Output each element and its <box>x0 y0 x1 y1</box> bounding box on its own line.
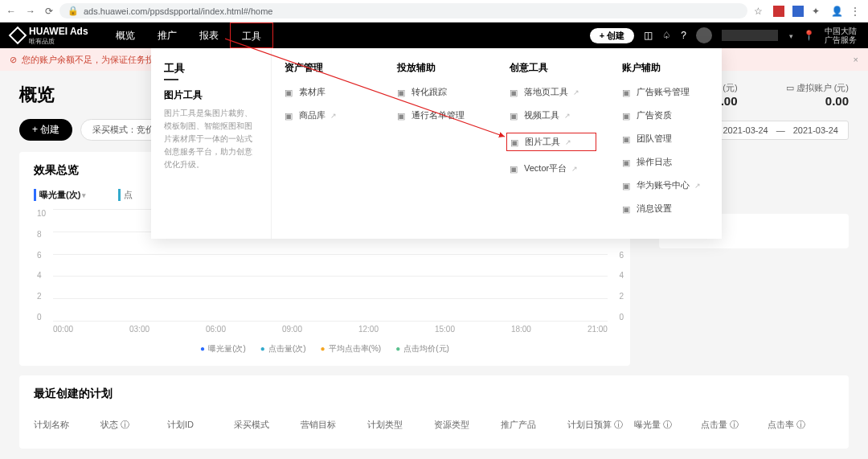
mega-item[interactable]: ▣广告资质 <box>622 109 709 121</box>
mega-item[interactable]: ▣图片工具↗ <box>506 133 596 151</box>
region[interactable]: 中国大陆广告服务 <box>825 27 857 44</box>
wallet-icon: ▭ <box>786 83 794 92</box>
account-blur <box>722 30 778 41</box>
info-icon: ⓘ <box>614 420 623 429</box>
avatar[interactable] <box>696 27 712 43</box>
menu-icon[interactable]: ⋮ <box>850 6 862 17</box>
nav-tools[interactable]: 工具 <box>230 23 273 48</box>
ext-star-icon[interactable]: ☆ <box>754 6 765 17</box>
item-icon: ▣ <box>285 111 294 121</box>
url-bar[interactable]: 🔒 ads.huawei.com/ppsdspportal/index.html… <box>59 3 747 18</box>
item-icon: ▣ <box>285 88 294 97</box>
metric-exposure[interactable]: 曝光量(次) <box>34 189 86 201</box>
item-icon: ▣ <box>622 204 632 214</box>
alert-close-button[interactable]: × <box>854 55 858 64</box>
brand-name: HUAWEI Ads <box>29 26 88 37</box>
mega-intro-title: 图片工具 <box>164 88 258 102</box>
external-icon: ↗ <box>330 112 337 120</box>
create-button[interactable]: + 创建 <box>19 119 72 141</box>
mega-item[interactable]: ▣素材库 <box>285 86 371 98</box>
mega-item[interactable]: ▣通行名单管理 <box>397 109 484 121</box>
help-icon[interactable]: ? <box>681 30 686 41</box>
ext-puzzle-icon[interactable]: ✦ <box>812 6 823 17</box>
back-icon[interactable]: ← <box>6 6 16 17</box>
stat-virtual: ▭ 虚拟账户 (元) 0.00 <box>786 82 849 108</box>
dashboard-icon[interactable]: ◫ <box>644 30 653 41</box>
item-icon: ▣ <box>397 88 407 97</box>
forward-icon[interactable]: → <box>26 6 35 17</box>
info-icon: ⓘ <box>796 420 805 429</box>
external-icon: ↗ <box>564 112 571 120</box>
mega-item[interactable]: ▣Vector平台↗ <box>510 162 596 174</box>
mega-item[interactable]: ▣团队管理 <box>622 133 709 145</box>
external-icon: ↗ <box>694 182 701 190</box>
info-icon: ⓘ <box>730 420 739 429</box>
table-header: 计划名称 状态 ⓘ 计划ID 采买模式 营销目标 计划类型 资源类型 推广产品 … <box>34 412 834 437</box>
alert-icon: ⊘ <box>10 55 17 65</box>
external-icon: ↗ <box>571 165 578 173</box>
profile-icon[interactable]: 👤 <box>831 6 842 17</box>
info-icon: ⓘ <box>121 420 129 429</box>
item-icon: ▣ <box>397 111 407 121</box>
nav-promote[interactable]: 推广 <box>146 23 188 48</box>
mega-intro-desc: 图片工具是集图片裁剪、模板制图、智能抠图和图片素材库于一体的一站式创意服务平台，… <box>164 107 258 171</box>
item-icon: ▣ <box>622 88 632 97</box>
logo[interactable]: HUAWEI Ads 唯有品质 <box>11 26 88 46</box>
mega-col-heading: 资产管理 <box>285 61 371 75</box>
bell-icon[interactable]: ♤ <box>662 30 671 41</box>
mega-heading: 工具 <box>164 61 258 76</box>
page-title: 概览 <box>19 83 55 107</box>
reload-icon[interactable]: ⟳ <box>45 6 53 17</box>
item-icon: ▣ <box>622 111 632 121</box>
mega-col-heading: 创意工具 <box>510 61 596 75</box>
mega-col-heading: 投放辅助 <box>397 61 484 75</box>
top-create-button[interactable]: + 创建 <box>590 28 634 43</box>
lock-icon: 🔒 <box>68 6 79 16</box>
tools-mega-menu: 工具 图片工具 图片工具是集图片裁剪、模板制图、智能抠图和图片素材库于一体的一站… <box>151 48 722 239</box>
mega-col-heading: 账户辅助 <box>622 61 709 75</box>
item-icon: ▣ <box>622 158 632 167</box>
mega-item[interactable]: ▣落地页工具↗ <box>510 86 596 98</box>
metric-click[interactable]: 点 <box>118 189 133 201</box>
mega-item[interactable]: ▣转化跟踪 <box>397 86 484 98</box>
item-icon: ▣ <box>510 111 519 121</box>
mega-item[interactable]: ▣操作日志 <box>622 156 709 168</box>
ext-1-icon[interactable] <box>773 6 784 17</box>
url-text: ads.huawei.com/ppsdspportal/index.html#/… <box>84 6 272 16</box>
item-icon: ▣ <box>510 88 519 97</box>
chart-legend: 曝光量(次) 点击量(次) 平均点击率(%) 点击均价(元) <box>34 343 616 354</box>
mega-item[interactable]: ▣消息设置 <box>622 203 709 215</box>
mega-item[interactable]: ▣视频工具↗ <box>510 109 596 121</box>
mega-item[interactable]: ▣广告账号管理 <box>622 86 709 98</box>
logo-mark-icon <box>9 27 27 45</box>
account-chev-icon[interactable] <box>788 30 793 41</box>
ext-2-icon[interactable] <box>792 6 804 17</box>
mega-item[interactable]: ▣商品库↗ <box>285 109 371 121</box>
mega-item[interactable]: ▣华为账号中心↗ <box>622 179 709 191</box>
brand-sub: 唯有品质 <box>29 37 88 46</box>
external-icon: ↗ <box>565 138 571 146</box>
nav-report[interactable]: 报表 <box>188 23 230 48</box>
nav-overview[interactable]: 概览 <box>104 23 146 48</box>
item-icon: ▣ <box>622 181 632 191</box>
location-icon: 📍 <box>803 30 815 41</box>
item-icon: ▣ <box>510 137 520 147</box>
item-icon: ▣ <box>622 134 632 144</box>
external-icon: ↗ <box>573 88 579 96</box>
info-icon: ⓘ <box>663 420 672 429</box>
item-icon: ▣ <box>510 164 519 174</box>
recent-title: 最近创建的计划 <box>34 387 834 401</box>
